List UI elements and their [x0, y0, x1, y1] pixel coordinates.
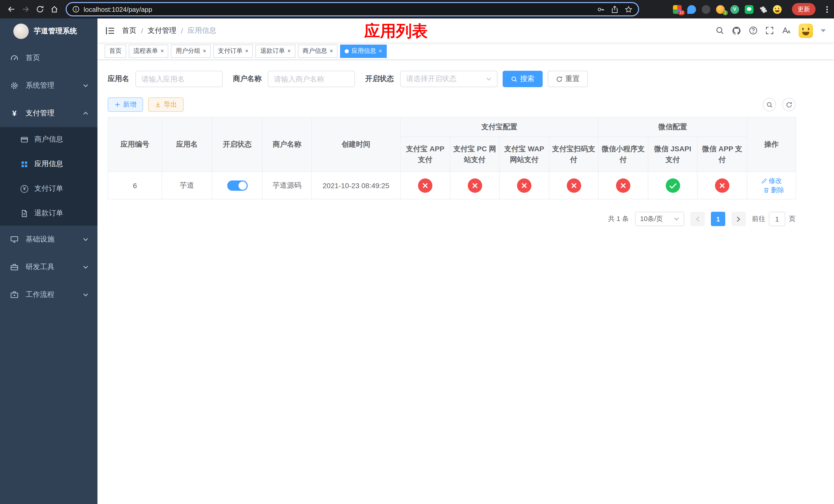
browser-reload-icon[interactable]: [33, 2, 47, 17]
tab-pay-order[interactable]: 支付订单: [213, 44, 253, 58]
sidebar-item-label: 系统管理: [26, 81, 54, 90]
caret-down-icon[interactable]: [821, 29, 826, 32]
github-icon[interactable]: [732, 26, 741, 35]
sidebar-item-merchant-info[interactable]: 商户信息: [0, 127, 97, 152]
delete-button[interactable]: 删除: [763, 185, 784, 194]
column-header-wechat-app: 微信 APP 支付: [697, 137, 747, 171]
reset-button[interactable]: 重置: [548, 71, 588, 87]
sidebar-item-home[interactable]: 首页: [0, 44, 97, 72]
close-icon[interactable]: [160, 48, 164, 54]
sidebar-item-dev-tools[interactable]: 研发工具: [0, 253, 97, 281]
logo[interactable]: 芋道管理系统: [0, 19, 97, 44]
merchant-card-icon: [21, 136, 28, 143]
tab-refund-order[interactable]: 退款订单: [256, 44, 295, 58]
breadcrumb-payment[interactable]: 支付管理: [148, 26, 176, 35]
tab-label: 应用信息: [351, 47, 376, 55]
extension-emoji-icon[interactable]: [773, 5, 782, 14]
sidebar-item-workflow[interactable]: 工作流程: [0, 281, 97, 308]
tab-app-info[interactable]: 应用信息: [340, 44, 387, 58]
browser-forward-icon[interactable]: [19, 2, 33, 17]
extension-drop-icon[interactable]: [687, 5, 696, 14]
sidebar-item-app-info[interactable]: 应用信息: [0, 152, 97, 176]
merchant-name-input[interactable]: [268, 71, 355, 87]
close-icon[interactable]: [287, 48, 291, 54]
goto-page-input[interactable]: [769, 212, 785, 226]
tab-user-group[interactable]: 用户分组: [171, 44, 211, 58]
refresh-button[interactable]: [782, 98, 795, 111]
tab-label: 支付订单: [218, 47, 243, 55]
breadcrumb-home[interactable]: 首页: [122, 26, 136, 35]
help-icon[interactable]: [749, 26, 758, 35]
page-number-button[interactable]: 1: [711, 212, 725, 226]
column-header-actions: 操作: [747, 117, 796, 171]
password-key-icon[interactable]: [597, 5, 605, 13]
fullscreen-icon[interactable]: [765, 26, 774, 35]
breadcrumb: 首页 / 支付管理 / 应用信息: [122, 26, 216, 35]
share-icon[interactable]: [611, 5, 619, 13]
wechat-app-status-icon: [715, 178, 729, 192]
browser-menu-icon[interactable]: [826, 6, 828, 13]
tab-merchant-info[interactable]: 商户信息: [298, 44, 338, 58]
extension-chat-icon[interactable]: [745, 5, 753, 14]
browser-back-icon[interactable]: [4, 2, 19, 17]
bookmark-star-icon[interactable]: [625, 5, 632, 13]
top-navbar: 首页 / 支付管理 / 应用信息 应用列表: [97, 19, 834, 43]
address-bar[interactable]: localhost:1024/pay/app: [66, 2, 639, 17]
pagination-total: 共 1 条: [608, 214, 629, 224]
sidebar-item-infrastructure[interactable]: 基础设施: [0, 226, 97, 253]
delete-button-label: 删除: [771, 185, 784, 194]
sidebar-collapse-icon[interactable]: [106, 26, 115, 35]
next-page-button[interactable]: [731, 212, 746, 226]
chevron-down-icon: [83, 266, 88, 269]
browser-home-icon[interactable]: [47, 2, 62, 17]
sidebar-item-pay-order[interactable]: ¥ 支付订单: [0, 176, 97, 201]
tab-label: 退款订单: [260, 47, 285, 55]
page-size-select[interactable]: 10条/页: [635, 212, 684, 226]
close-icon[interactable]: [245, 48, 248, 54]
sidebar-item-system[interactable]: 系统管理: [0, 72, 97, 99]
column-group-wechat: 微信配置: [598, 117, 747, 137]
status-toggle[interactable]: [227, 180, 247, 190]
sidebar-item-refund-order[interactable]: 退款订单: [0, 201, 97, 226]
column-header-alipay-wap: 支付宝 WAP 网站支付: [499, 137, 549, 171]
close-icon[interactable]: [378, 48, 382, 54]
extension-vue-icon[interactable]: [730, 5, 739, 14]
app-name-input[interactable]: [135, 71, 223, 87]
chevron-down-icon: [674, 217, 679, 221]
add-button[interactable]: 新增: [108, 97, 143, 112]
sidebar-item-payment[interactable]: ¥ 支付管理: [0, 99, 97, 127]
extension-grid-icon[interactable]: 10: [673, 5, 682, 14]
search-button[interactable]: 搜索: [503, 71, 543, 87]
page-size-value: 10条/页: [640, 214, 674, 224]
status-select[interactable]: 请选择开启状态: [400, 71, 498, 87]
site-info-icon[interactable]: [72, 6, 80, 13]
tab-process-form[interactable]: 流程表单: [129, 44, 169, 58]
screen: localhost:1024/pay/app 10 1: [0, 0, 834, 504]
export-button-label: 导出: [163, 100, 177, 109]
close-icon[interactable]: [203, 48, 206, 54]
close-icon[interactable]: [330, 48, 333, 54]
export-button[interactable]: 导出: [148, 97, 184, 112]
breadcrumb-separator: /: [141, 26, 143, 35]
payment-submenu: 商户信息 应用信息 ¥ 支付订单 退款订单: [0, 127, 97, 226]
extensions-puzzle-icon[interactable]: [759, 5, 767, 13]
edit-button[interactable]: 修改: [761, 176, 782, 185]
url-text[interactable]: localhost:1024/pay/app: [84, 5, 593, 13]
chevron-down-icon: [83, 293, 88, 296]
workflow-icon: [10, 291, 19, 299]
extension-avatar-icon[interactable]: 1: [716, 5, 725, 14]
prev-page-button[interactable]: [690, 212, 705, 226]
tab-label: 商户信息: [303, 47, 327, 55]
sidebar-item-label: 首页: [26, 53, 40, 63]
column-header-merchant: 商户名称: [262, 117, 312, 171]
browser-update-button[interactable]: 更新: [792, 3, 815, 15]
cell-created: 2021-10-23 08:49:25: [312, 171, 400, 199]
toggle-search-button[interactable]: [763, 98, 776, 111]
extension-dark-icon[interactable]: [702, 5, 710, 14]
user-avatar[interactable]: [798, 23, 813, 38]
tab-home[interactable]: 首页: [105, 44, 126, 58]
column-header-created: 创建时间: [312, 117, 400, 171]
browser-toolbar: localhost:1024/pay/app 10 1: [0, 0, 834, 19]
font-size-icon[interactable]: [782, 26, 791, 35]
search-icon[interactable]: [716, 26, 724, 35]
